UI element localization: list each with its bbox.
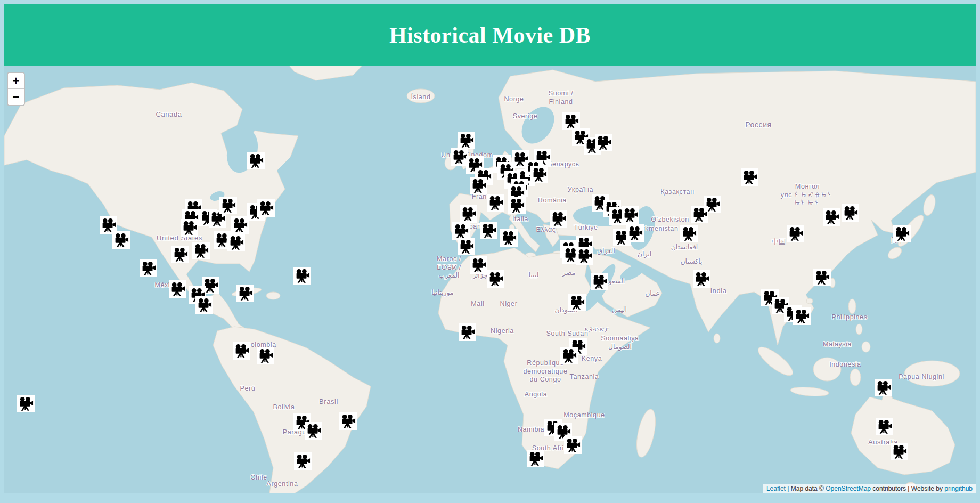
movie-location-marker[interactable]: [231, 216, 249, 234]
zoom-out-button[interactable]: −: [8, 89, 24, 105]
movie-location-marker[interactable]: [470, 256, 487, 274]
movie-location-marker[interactable]: [500, 229, 518, 247]
movie-location-marker[interactable]: [236, 285, 254, 302]
movie-location-marker[interactable]: [622, 206, 639, 224]
movie-location-marker[interactable]: [823, 208, 840, 226]
leaflet-link[interactable]: Leaflet: [766, 485, 786, 492]
movie-camera-icon: [623, 207, 638, 223]
movie-location-marker[interactable]: [591, 273, 608, 290]
movie-location-marker[interactable]: [693, 270, 710, 288]
movie-camera-icon: [197, 297, 212, 313]
movie-camera-icon: [170, 281, 185, 297]
movie-location-marker[interactable]: [181, 219, 198, 237]
movie-location-marker[interactable]: [813, 269, 831, 286]
movie-location-marker[interactable]: [112, 231, 130, 249]
movie-location-marker[interactable]: [169, 280, 186, 298]
movie-camera-icon: [592, 274, 607, 289]
movie-camera-icon: [461, 206, 476, 222]
movie-location-marker[interactable]: [339, 412, 357, 430]
website-author-link[interactable]: pringithub: [944, 485, 973, 492]
attribution-text: contributors | Website by: [871, 485, 944, 492]
movie-location-marker[interactable]: [875, 379, 892, 396]
movie-location-marker[interactable]: [527, 450, 544, 467]
movie-location-marker[interactable]: [293, 267, 311, 285]
movie-location-marker[interactable]: [227, 234, 245, 251]
world-map[interactable]: CanadaÍslandNorgeSverigeSuomi / FinlandР…: [4, 66, 976, 493]
movie-location-marker[interactable]: [458, 132, 475, 149]
movie-camera-icon: [238, 286, 253, 301]
movie-location-marker[interactable]: [470, 177, 487, 194]
movie-camera-icon: [232, 217, 248, 233]
movie-camera-icon: [460, 324, 475, 340]
movie-location-marker[interactable]: [530, 166, 548, 183]
movie-camera-icon: [565, 437, 581, 453]
movie-location-marker[interactable]: [560, 347, 578, 364]
movie-camera-icon: [528, 451, 543, 466]
movie-camera-icon: [877, 419, 892, 434]
movie-camera-icon: [561, 348, 577, 363]
movie-camera-icon: [794, 309, 810, 324]
movie-location-marker[interactable]: [876, 418, 893, 435]
movie-camera-icon: [471, 257, 486, 273]
movie-location-marker[interactable]: [192, 242, 210, 259]
zoom-in-button[interactable]: +: [8, 73, 24, 89]
movie-camera-icon: [340, 413, 356, 429]
movie-camera-icon: [101, 217, 116, 233]
movie-camera-icon: [113, 232, 129, 248]
movie-location-marker[interactable]: [576, 247, 593, 265]
movie-camera-icon: [814, 270, 830, 285]
movie-location-marker[interactable]: [595, 134, 612, 151]
movie-location-marker[interactable]: [294, 452, 312, 470]
movie-location-marker[interactable]: [891, 443, 908, 460]
zoom-control: + −: [7, 72, 25, 106]
movie-location-marker[interactable]: [305, 422, 322, 440]
openstreetmap-link[interactable]: OpenStreetMap: [826, 485, 871, 492]
movie-camera-icon: [692, 207, 707, 222]
movie-location-marker[interactable]: [691, 206, 708, 223]
movie-location-marker[interactable]: [487, 270, 504, 288]
movie-camera-icon: [295, 453, 311, 469]
movie-location-marker[interactable]: [460, 205, 477, 223]
movie-camera-icon: [824, 209, 839, 225]
movie-location-marker[interactable]: [172, 246, 189, 263]
movie-location-marker[interactable]: [487, 194, 504, 212]
movie-camera-icon: [564, 113, 579, 129]
movie-location-marker[interactable]: [564, 436, 582, 454]
movie-camera-icon: [509, 198, 525, 213]
movie-location-marker[interactable]: [458, 238, 475, 255]
movie-location-marker[interactable]: [219, 197, 237, 214]
movie-camera-icon: [248, 153, 264, 168]
movie-camera-icon: [193, 243, 209, 258]
movie-camera-icon: [295, 268, 310, 283]
movie-location-marker[interactable]: [195, 296, 213, 314]
attribution-text: | Map data ©: [786, 485, 826, 492]
movie-location-marker[interactable]: [233, 342, 250, 360]
movie-location-marker[interactable]: [842, 204, 859, 222]
movie-location-marker[interactable]: [508, 197, 526, 214]
movie-location-marker[interactable]: [247, 152, 265, 169]
movie-camera-icon: [452, 149, 467, 165]
movie-location-marker[interactable]: [787, 225, 804, 242]
movie-location-marker[interactable]: [480, 222, 497, 239]
map-markers-layer: [4, 66, 976, 493]
movie-location-marker[interactable]: [257, 347, 274, 364]
page-title: Historical Movie DB: [389, 22, 591, 48]
movie-camera-icon: [471, 178, 486, 193]
movie-location-marker[interactable]: [893, 225, 911, 242]
movie-location-marker[interactable]: [550, 210, 567, 228]
map-attribution: Leaflet | Map data © OpenStreetMap contr…: [763, 484, 976, 493]
movie-location-marker[interactable]: [17, 395, 35, 412]
movie-location-marker[interactable]: [741, 168, 758, 186]
movie-location-marker[interactable]: [568, 294, 586, 311]
movie-camera-icon: [228, 235, 244, 250]
movie-location-marker[interactable]: [626, 224, 644, 242]
movie-location-marker[interactable]: [793, 307, 811, 325]
movie-camera-icon: [894, 226, 910, 241]
movie-camera-icon: [596, 135, 611, 150]
movie-location-marker[interactable]: [680, 225, 698, 242]
movie-location-marker[interactable]: [459, 323, 476, 341]
movie-camera-icon: [551, 211, 566, 226]
movie-location-marker[interactable]: [257, 199, 275, 217]
movie-location-marker[interactable]: [562, 112, 580, 130]
movie-location-marker[interactable]: [140, 259, 157, 277]
